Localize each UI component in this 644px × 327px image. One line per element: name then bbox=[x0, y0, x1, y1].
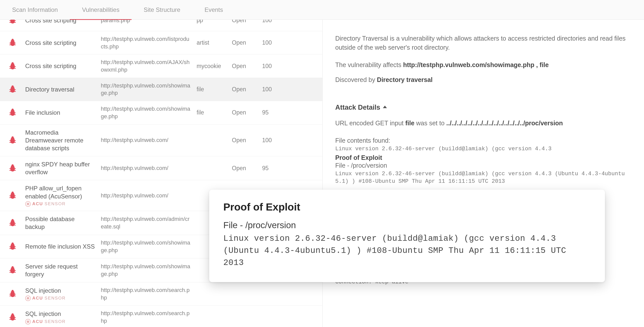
vuln-param: pp bbox=[197, 20, 232, 24]
tab-site-structure[interactable]: Site Structure bbox=[132, 0, 192, 20]
attack-details-label: Attack Details bbox=[335, 104, 380, 111]
caret-up-icon bbox=[383, 106, 387, 108]
table-row[interactable]: Cross site scriptinghttp://testphp.vulnw… bbox=[0, 54, 322, 78]
vuln-affects-value: http://testphp.vulnweb.com/showimage.php… bbox=[403, 61, 549, 68]
file-contents-label: File contents found: bbox=[335, 137, 629, 144]
bug-icon bbox=[8, 164, 17, 173]
attack-line-pre: URL encoded GET input bbox=[335, 120, 405, 127]
vuln-url: http://testphp.vulnweb.com/ bbox=[101, 136, 197, 144]
vuln-status: Open bbox=[232, 165, 262, 172]
vuln-status: Open bbox=[232, 137, 262, 144]
vuln-affects-prefix: The vulnerability affects bbox=[335, 61, 403, 68]
acusensor-sensor: SENSOR bbox=[45, 319, 66, 324]
bug-icon bbox=[8, 242, 17, 251]
file-contents: Linux version 2.6.32-46-server (buildd@l… bbox=[335, 145, 629, 153]
bug-icon bbox=[8, 62, 17, 71]
table-row[interactable]: nginx SPDY heap buffer overflowhttp://te… bbox=[0, 156, 322, 180]
bug-icon bbox=[8, 191, 17, 200]
vuln-status: Open bbox=[232, 20, 262, 24]
table-row[interactable]: Macromedia Dreamweaver remote database s… bbox=[0, 125, 322, 157]
acusensor-sensor: SENSOR bbox=[45, 296, 66, 301]
vuln-status: Open bbox=[232, 39, 262, 46]
bug-icon bbox=[8, 265, 17, 275]
table-row[interactable]: SQL injectionACUSENSORhttp://testphp.vul… bbox=[0, 306, 322, 327]
acusensor-sensor: SENSOR bbox=[45, 201, 66, 206]
attack-param: file bbox=[405, 120, 414, 127]
proof-body: Linux version 2.6.32-46-server (buildd@l… bbox=[335, 170, 629, 185]
proof-file-line: File - /proc/version bbox=[335, 162, 629, 169]
vuln-name: Cross site scripting bbox=[25, 39, 96, 47]
acusensor-badge: ACUSENSOR bbox=[25, 319, 96, 324]
vuln-discovered-prefix: Discovered by bbox=[335, 76, 377, 83]
vuln-name: Remote file inclusion XSS bbox=[25, 243, 96, 250]
vuln-name: File inclusion bbox=[25, 109, 96, 116]
tab-scan-information[interactable]: Scan Information bbox=[0, 0, 70, 20]
vuln-param: file bbox=[197, 109, 232, 116]
vuln-url: params.php bbox=[101, 20, 197, 24]
proof-of-exploit-label: Proof of Exploit bbox=[335, 154, 629, 161]
acusensor-icon bbox=[25, 295, 31, 301]
acusensor-acu: ACU bbox=[32, 296, 43, 301]
vuln-url: http://testphp.vulnweb.com/ bbox=[101, 192, 197, 199]
tab-vulnerabilities[interactable]: Vulnerabilities bbox=[70, 0, 132, 20]
vuln-url: http://testphp.vulnweb.com/showimage.php bbox=[101, 105, 197, 120]
vuln-confidence: 100 bbox=[262, 20, 292, 24]
vuln-url: http://testphp.vulnweb.com/admin/create.… bbox=[101, 215, 197, 230]
acusensor-acu: ACU bbox=[32, 201, 43, 206]
acusensor-icon bbox=[25, 201, 31, 207]
vuln-description: Directory Traversal is a vulnerability w… bbox=[335, 34, 629, 52]
acusensor-badge: ACUSENSOR bbox=[25, 201, 96, 207]
popup-file-line: File - /proc/version bbox=[223, 220, 591, 230]
popup-title: Proof of Exploit bbox=[223, 201, 591, 213]
vuln-url: http://testphp.vulnweb.com/search.php bbox=[101, 286, 197, 301]
attack-line-mid: was set to bbox=[414, 120, 446, 127]
vuln-url: http://testphp.vulnweb.com/showimage.php bbox=[101, 82, 197, 97]
vuln-name: Server side request forgery bbox=[25, 262, 96, 278]
vuln-name: Macromedia Dreamweaver remote database s… bbox=[25, 129, 96, 152]
vuln-confidence: 95 bbox=[262, 109, 292, 116]
vuln-name: Cross site scripting bbox=[25, 20, 96, 24]
vuln-name: PHP allow_url_fopen enabled (AcuSensor) bbox=[25, 184, 96, 200]
table-row[interactable]: Cross site scriptinghttp://testphp.vulnw… bbox=[0, 31, 322, 54]
bug-icon bbox=[8, 108, 17, 117]
table-row[interactable]: Directory traversalhttp://testphp.vulnwe… bbox=[0, 78, 322, 101]
vuln-confidence: 100 bbox=[262, 86, 292, 93]
table-row[interactable]: File inclusionhttp://testphp.vulnweb.com… bbox=[0, 101, 322, 124]
vuln-name: Cross site scripting bbox=[25, 62, 96, 70]
vuln-confidence: 100 bbox=[262, 137, 292, 144]
acusensor-icon bbox=[25, 319, 31, 324]
vuln-url: http://testphp.vulnweb.com/showimage.php bbox=[101, 263, 197, 278]
vuln-name: SQL injection bbox=[25, 287, 96, 294]
vuln-url: http://testphp.vulnweb.com/listproducts.… bbox=[101, 35, 197, 50]
tabs: Scan Information Vulnerabilities Site St… bbox=[0, 0, 644, 20]
attack-payload: ../../../../../../../../../../../../../.… bbox=[446, 120, 563, 127]
vuln-confidence: 100 bbox=[262, 63, 292, 70]
vuln-param: mycookie bbox=[197, 63, 232, 70]
bug-icon bbox=[8, 289, 17, 299]
table-row[interactable]: Cross site scriptingparams.phpppOpen100 bbox=[0, 20, 322, 31]
bug-icon bbox=[8, 20, 17, 25]
vuln-url: http://testphp.vulnweb.com/search.php bbox=[101, 310, 197, 324]
vuln-discovered-line: Discovered by Directory traversal bbox=[335, 76, 629, 83]
vuln-name: Directory traversal bbox=[25, 85, 96, 93]
vuln-url: http://testphp.vulnweb.com/showimage.php bbox=[101, 239, 197, 254]
vuln-confidence: 95 bbox=[262, 165, 292, 172]
attack-input-line: URL encoded GET input file was set to ..… bbox=[335, 120, 629, 127]
vuln-affects-line: The vulnerability affects http://testphp… bbox=[335, 61, 629, 69]
vuln-name: Possible database backup bbox=[25, 215, 96, 231]
table-row[interactable]: SQL injectionACUSENSORhttp://testphp.vul… bbox=[0, 282, 322, 306]
bug-icon bbox=[8, 85, 17, 94]
vuln-param: artist bbox=[197, 39, 232, 46]
vuln-status: Open bbox=[232, 63, 262, 70]
bug-icon bbox=[8, 313, 17, 322]
acusensor-badge: ACUSENSOR bbox=[25, 295, 96, 301]
tab-events[interactable]: Events bbox=[192, 0, 235, 20]
vuln-name: nginx SPDY heap buffer overflow bbox=[25, 160, 96, 176]
vuln-confidence: 100 bbox=[262, 39, 292, 46]
popup-body: Linux version 2.6.32-46-server (buildd@l… bbox=[223, 233, 591, 269]
acusensor-acu: ACU bbox=[32, 319, 43, 324]
attack-details-toggle[interactable]: Attack Details bbox=[335, 104, 629, 111]
vuln-name: SQL injection bbox=[25, 310, 96, 318]
vuln-param: file bbox=[197, 86, 232, 93]
bug-icon bbox=[8, 136, 17, 145]
